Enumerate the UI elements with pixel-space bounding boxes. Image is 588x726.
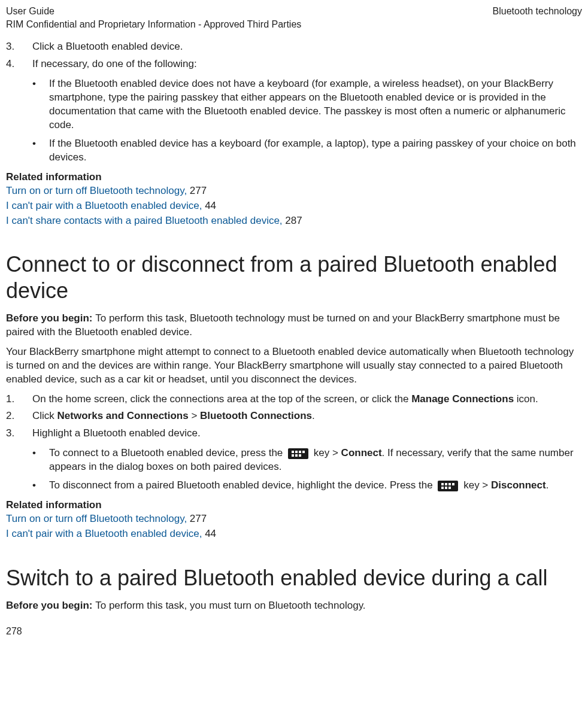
bullet-icon: •: [6, 137, 49, 165]
before-you-begin: Before you begin: To perform this task, …: [6, 312, 582, 339]
bullet-icon: •: [6, 479, 49, 493]
step-number: 3.: [6, 40, 32, 54]
related-link[interactable]: Turn on or turn off Bluetooth technology…: [6, 513, 187, 524]
step-text: Click Networks and Connections > Bluetoo…: [32, 409, 582, 423]
numbered-list-connect: 1. On the home screen, click the connect…: [6, 393, 582, 441]
step-number: 2.: [6, 409, 32, 423]
before-text: To perform this task, you must turn on B…: [95, 600, 365, 611]
step-number: 3.: [6, 427, 32, 441]
before-label: Before you begin:: [6, 600, 95, 611]
page-header: User Guide RIM Confidential and Propriet…: [6, 0, 582, 31]
related-page: 44: [202, 200, 216, 211]
list-item: • If the Bluetooth enabled device does n…: [6, 77, 582, 132]
header-left: User Guide RIM Confidential and Propriet…: [6, 5, 301, 31]
before-you-begin-2: Before you begin: To perform this task, …: [6, 599, 582, 613]
header-title: User Guide: [6, 5, 301, 18]
list-item: 4. If necessary, do one of the following…: [6, 57, 582, 71]
related-link-row: Turn on or turn off Bluetooth technology…: [6, 184, 582, 198]
list-item: 3. Click a Bluetooth enabled device.: [6, 40, 582, 54]
related-page: 277: [187, 513, 207, 524]
page-content: 3. Click a Bluetooth enabled device. 4. …: [6, 40, 582, 637]
header-subtitle: RIM Confidential and Proprietary Informa…: [6, 18, 301, 31]
list-item: 3. Highlight a Bluetooth enabled device.: [6, 427, 582, 441]
list-item: • To disconnect from a paired Bluetooth …: [6, 479, 582, 493]
related-page: 277: [187, 185, 207, 196]
bullet-text: If the Bluetooth enabled device does not…: [49, 77, 582, 132]
bullet-list-connect: • To connect to a Bluetooth enabled devi…: [6, 446, 582, 493]
related-link-row: I can't pair with a Bluetooth enabled de…: [6, 199, 582, 213]
bullet-icon: •: [6, 77, 49, 132]
menu-key-icon: [438, 481, 458, 491]
list-item: 2. Click Networks and Connections > Blue…: [6, 409, 582, 423]
bullet-text: To connect to a Bluetooth enabled device…: [49, 446, 582, 474]
step-text: If necessary, do one of the following:: [32, 57, 582, 71]
related-page: 287: [283, 215, 302, 226]
step-text: Highlight a Bluetooth enabled device.: [32, 427, 582, 441]
before-label: Before you begin:: [6, 312, 95, 324]
header-right: Bluetooth technology: [493, 5, 582, 31]
section-title-switch: Switch to a paired Bluetooth enabled dev…: [6, 565, 582, 591]
bullet-text: If the Bluetooth enabled device has a ke…: [49, 137, 582, 165]
bullet-text: To disconnect from a paired Bluetooth en…: [49, 479, 582, 493]
menu-key-icon: [288, 448, 308, 459]
related-link[interactable]: Turn on or turn off Bluetooth technology…: [6, 185, 187, 196]
related-link[interactable]: I can't pair with a Bluetooth enabled de…: [6, 528, 202, 539]
related-link[interactable]: I can't pair with a Bluetooth enabled de…: [6, 200, 202, 211]
related-link-row: Turn on or turn off Bluetooth technology…: [6, 512, 582, 526]
numbered-list-top: 3. Click a Bluetooth enabled device. 4. …: [6, 40, 582, 71]
list-item: • To connect to a Bluetooth enabled devi…: [6, 446, 582, 474]
step-text: On the home screen, click the connection…: [32, 393, 582, 406]
step-number: 1.: [6, 393, 32, 406]
related-heading: Related information: [6, 171, 582, 184]
bullet-list-top: • If the Bluetooth enabled device does n…: [6, 77, 582, 165]
bullet-icon: •: [6, 446, 49, 474]
related-page: 44: [202, 528, 216, 539]
step-number: 4.: [6, 57, 32, 71]
related-link-row: I can't pair with a Bluetooth enabled de…: [6, 527, 582, 541]
page-number: 278: [6, 625, 582, 638]
related-link-row: I can't share contacts with a paired Blu…: [6, 214, 582, 228]
related-heading: Related information: [6, 499, 582, 512]
step-text: Click a Bluetooth enabled device.: [32, 40, 582, 54]
section-title-connect: Connect to or disconnect from a paired B…: [6, 251, 582, 303]
related-information-2: Related information Turn on or turn off …: [6, 499, 582, 541]
list-item: • If the Bluetooth enabled device has a …: [6, 137, 582, 165]
intro-paragraph: Your BlackBerry smartphone might attempt…: [6, 345, 582, 387]
related-information-1: Related information Turn on or turn off …: [6, 171, 582, 228]
related-link[interactable]: I can't share contacts with a paired Blu…: [6, 215, 283, 226]
list-item: 1. On the home screen, click the connect…: [6, 393, 582, 406]
